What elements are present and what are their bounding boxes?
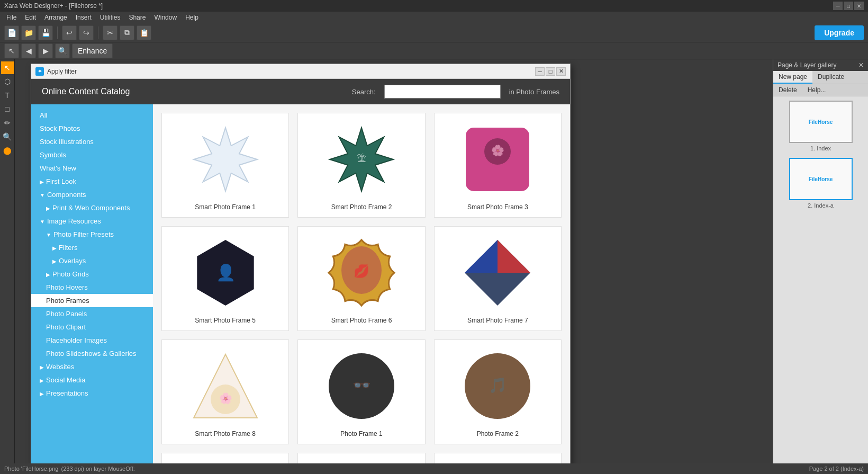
panel-tabs-row2: Delete Help... — [773, 84, 868, 96]
sidebar-item-photo-grids[interactable]: ▶Photo Grids — [31, 267, 153, 281]
item-label-9: Photo Frame 2 — [477, 430, 519, 437]
tab-duplicate[interactable]: Duplicate — [812, 71, 849, 84]
grid-item-2[interactable]: 🏝 Smart Photo Frame 2 — [297, 113, 425, 218]
menu-arrange[interactable]: Arrange — [40, 13, 71, 22]
secondary-toolbar: ↖ ◀ ▶ 🔍 Enhance — [0, 42, 868, 59]
grid-item-11[interactable]: Photo Frame 4 — [297, 453, 425, 463]
prev-page[interactable]: ◀ — [21, 43, 36, 58]
select-tool[interactable]: ↖ — [4, 43, 19, 58]
sidebar-item-photo-frames[interactable]: Photo Frames — [31, 294, 153, 307]
thumb-logo-2: FileHorse — [809, 176, 833, 182]
grid-item-5[interactable]: 💋 Smart Photo Frame 6 — [297, 226, 425, 331]
sidebar-item-photo-clipart[interactable]: Photo Clipart — [31, 320, 153, 334]
sidebar-item-photo-panels[interactable]: Photo Panels — [31, 307, 153, 320]
menu-edit[interactable]: Edit — [21, 13, 40, 22]
sidebar-item-websites[interactable]: ▶Websites — [31, 360, 153, 373]
status-text: Photo 'FileHorse.png' (233 dpi) on layer… — [4, 466, 135, 472]
menu-utilities[interactable]: Utilities — [96, 13, 125, 22]
page-thumb-img-1[interactable]: FileHorse — [789, 101, 853, 143]
menu-share[interactable]: Share — [124, 13, 150, 22]
paste-button[interactable]: 📋 — [137, 25, 151, 40]
grid-item-3[interactable]: 🌸 Smart Photo Frame 3 — [434, 113, 562, 218]
sidebar-item-presentations[interactable]: ▶Presentations — [31, 387, 153, 400]
tool-text[interactable]: T — [1, 89, 14, 102]
dialog-maximize[interactable]: □ — [546, 67, 555, 76]
tool-selector[interactable]: ↖ — [1, 61, 14, 74]
sidebar-item-components[interactable]: ▼Components — [31, 188, 153, 201]
right-panel-title: Page & Layer gallery — [777, 61, 836, 69]
search-context: in Photo Frames — [509, 88, 559, 96]
sidebar-item-social-media[interactable]: ▶Social Media — [31, 373, 153, 387]
grid-item-7[interactable]: 🌸 Smart Photo Frame 8 — [161, 339, 289, 444]
svg-text:🏝: 🏝 — [357, 154, 366, 164]
grid-item-10[interactable]: Photo Frame 3 — [161, 453, 289, 463]
upgrade-button[interactable]: Upgrade — [815, 25, 864, 40]
item-label-8: Photo Frame 1 — [340, 430, 382, 437]
page-indicator: Page 2 of 2 (Index-a) — [809, 466, 864, 472]
sidebar-item-placeholder-images[interactable]: Placeholder Images — [31, 334, 153, 347]
minimize-button[interactable]: ─ — [833, 2, 843, 10]
grid-item-4[interactable]: 👤 Smart Photo Frame 5 — [161, 226, 289, 331]
item-label-2: Smart Photo Frame 2 — [331, 203, 392, 211]
grid-item-12[interactable]: ⬜ Photo Frame 5 — [434, 453, 562, 463]
tool-zoom[interactable]: 🔍 — [1, 130, 14, 143]
sidebar-item-symbols[interactable]: Symbols — [31, 148, 153, 162]
svg-text:🌸: 🌸 — [491, 144, 504, 157]
tool-pen[interactable]: ✏ — [1, 117, 14, 129]
thumb-logo-1: FileHorse — [809, 119, 833, 125]
enhance-btn[interactable]: Enhance — [72, 43, 113, 58]
tool-color[interactable]: ⬤ — [1, 144, 14, 157]
tab-delete[interactable]: Delete — [773, 84, 802, 96]
sidebar-item-print-web[interactable]: ▶Print & Web Components — [31, 201, 153, 214]
sidebar-item-filters[interactable]: ▶Filters — [31, 241, 153, 254]
tools-sidebar: ↖ ⬡ T □ ✏ 🔍 ⬤ — [0, 59, 15, 463]
sidebar-item-photo-slideshows[interactable]: Photo Slideshows & Galleries — [31, 347, 153, 360]
grid-item-8[interactable]: 👓 Photo Frame 1 — [297, 339, 425, 444]
save-button[interactable]: 💾 — [38, 25, 53, 40]
item-label-1: Smart Photo Frame 1 — [195, 203, 256, 211]
tab-help[interactable]: Help... — [802, 84, 831, 96]
open-button[interactable]: 📁 — [21, 25, 36, 40]
next-page[interactable]: ▶ — [38, 43, 53, 58]
sidebar-item-stock-photos[interactable]: Stock Photos — [31, 122, 153, 135]
copy-button[interactable]: ⧉ — [120, 25, 134, 40]
sidebar-item-stock-illustrations[interactable]: Stock Illustrations — [31, 135, 153, 148]
cut-button[interactable]: ✂ — [103, 25, 117, 40]
item-thumb-10 — [186, 460, 265, 463]
items-grid: Smart Photo Frame 1 🏝 Smart Photo Frame … — [161, 113, 562, 463]
menu-insert[interactable]: Insert — [71, 13, 96, 22]
redo-button[interactable]: ↪ — [79, 25, 94, 40]
dialog-minimize[interactable]: ─ — [535, 67, 545, 76]
undo-button[interactable]: ↩ — [62, 25, 77, 40]
page-thumb-img-2[interactable]: FileHorse — [789, 158, 853, 200]
search-input[interactable] — [384, 85, 501, 99]
dialog-close[interactable]: ✕ — [556, 67, 566, 76]
sidebar-item-photo-hovers[interactable]: Photo Hovers — [31, 281, 153, 294]
right-panel-close[interactable]: ✕ — [858, 61, 864, 69]
menu-help[interactable]: Help — [181, 13, 203, 22]
tool-shape[interactable]: □ — [1, 103, 14, 115]
svg-text:👓: 👓 — [352, 377, 370, 394]
grid-item-6[interactable]: Smart Photo Frame 7 — [434, 226, 562, 331]
item-thumb-12: ⬜ — [458, 460, 537, 463]
sidebar-item-first-look[interactable]: ▶First Look — [31, 175, 153, 188]
sidebar-item-photo-filter-presets[interactable]: ▼Photo Filter Presets — [31, 228, 153, 241]
close-button[interactable]: ✕ — [854, 2, 864, 10]
grid-item-1[interactable]: Smart Photo Frame 1 — [161, 113, 289, 218]
tool-node[interactable]: ⬡ — [1, 75, 14, 88]
tab-new-page[interactable]: New page — [773, 71, 812, 84]
item-thumb-4: 👤 — [186, 233, 265, 312]
sidebar-item-whats-new[interactable]: What's New — [31, 162, 153, 175]
zoom-in[interactable]: 🔍 — [55, 43, 70, 58]
sidebar-item-all[interactable]: All — [31, 109, 153, 122]
menu-window[interactable]: Window — [150, 13, 181, 22]
sidebar-item-overlays[interactable]: ▶Overlays — [31, 254, 153, 267]
new-button[interactable]: 📄 — [4, 25, 19, 40]
maximize-button[interactable]: □ — [844, 2, 853, 10]
svg-marker-12 — [465, 240, 498, 273]
thumb-inner-2: FileHorse — [790, 159, 852, 199]
sidebar-item-image-resources[interactable]: ▼Image Resources — [31, 214, 153, 228]
grid-item-9[interactable]: 🎵 Photo Frame 2 — [434, 339, 562, 444]
item-thumb-3: 🌸 — [458, 120, 537, 199]
menu-file[interactable]: File — [2, 13, 21, 22]
